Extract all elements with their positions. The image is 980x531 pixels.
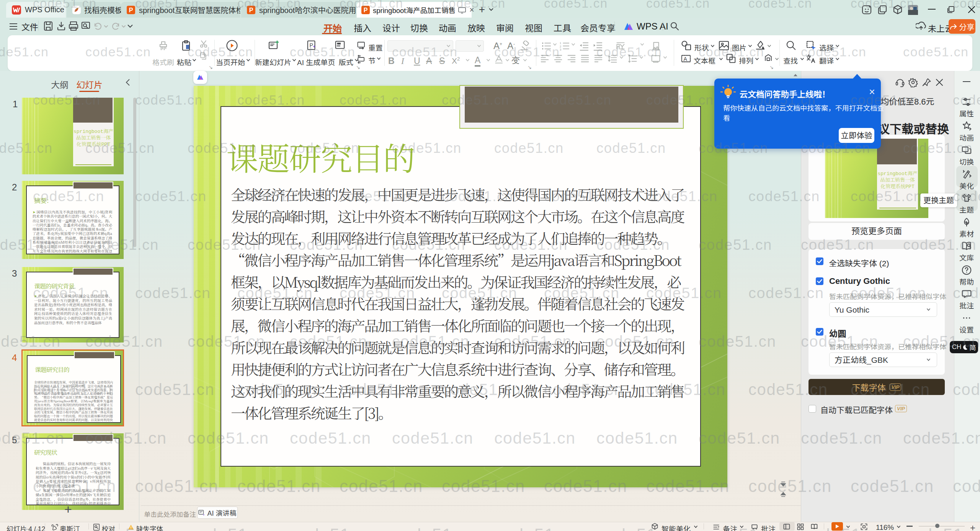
- svg-text:A: A: [683, 56, 687, 62]
- svg-text:P: P: [364, 7, 368, 13]
- svg-text:P: P: [129, 7, 133, 13]
- svg-text:P: P: [309, 42, 313, 48]
- svg-text:3: 3: [560, 48, 561, 51]
- svg-text:P: P: [249, 7, 253, 13]
